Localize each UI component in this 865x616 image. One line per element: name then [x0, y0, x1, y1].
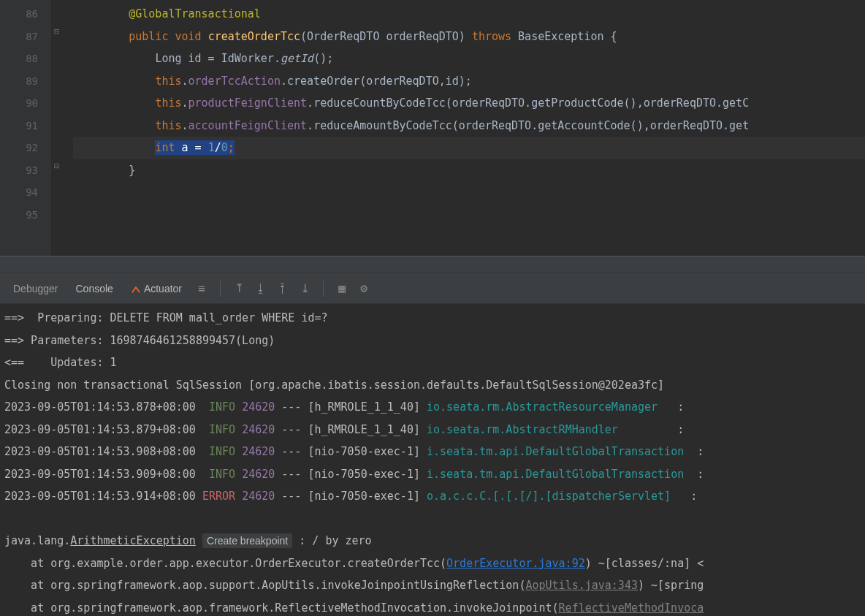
log-level: INFO — [209, 445, 235, 458]
create-breakpoint-hint[interactable]: Create breakpoint — [202, 533, 292, 548]
line-number: 92 — [0, 137, 38, 159]
code-line[interactable]: this.productFeignClient.reduceCountByCod… — [73, 92, 865, 115]
calculator-icon[interactable]: ▦ — [332, 279, 351, 298]
jump-icon[interactable]: ⤓ — [295, 279, 314, 298]
stack-frame: at org.example.order.app.executor.OrderE… — [4, 552, 861, 575]
settings-icon[interactable]: ⚙ — [354, 279, 373, 298]
code-line[interactable]: } — [73, 159, 865, 182]
keyword: int — [155, 141, 175, 154]
code-line[interactable]: public void createOrderTcc(OrderReqDTO o… — [73, 26, 865, 48]
keyword: throws — [472, 30, 511, 43]
tab-actuator-label: Actuator — [144, 283, 182, 294]
code-line[interactable] — [73, 181, 865, 204]
console-output[interactable]: ==> Preparing: DELETE FROM mall_order WH… — [0, 304, 865, 616]
field: accountFeignClient — [188, 119, 308, 132]
logger-name: io.seata.rm.AbstractRMHandler — [427, 423, 618, 436]
line-number: 89 — [0, 70, 38, 93]
pid: 24620 — [242, 423, 275, 436]
log-level-error: ERROR — [202, 490, 235, 503]
tab-debugger[interactable]: Debugger — [4, 280, 67, 297]
list-icon[interactable]: ≡ — [192, 279, 211, 298]
pid: 24620 — [242, 400, 275, 414]
line-number: 95 — [0, 204, 38, 227]
keyword: this — [155, 75, 181, 88]
exception-line: java.lang.ArithmeticException Create bre… — [4, 530, 861, 552]
line-number-gutter: 86 87 88 89 90 91 92 93 94 95 — [0, 0, 51, 256]
log-level: INFO — [209, 423, 235, 436]
stack-link[interactable]: ReflectiveMethodInvoca — [559, 601, 704, 615]
stack-link[interactable]: OrderExecutor.java:92 — [446, 557, 585, 570]
keyword: public — [129, 30, 168, 43]
stack-link[interactable]: AopUtils.java:343 — [525, 579, 638, 592]
number: 0 — [221, 141, 228, 154]
log-level: INFO — [209, 400, 235, 414]
code-line-current[interactable]: int a = 1/0; — [73, 137, 865, 159]
field: orderTccAction — [188, 75, 281, 88]
number: 1 — [208, 141, 215, 154]
up-icon[interactable]: ⤒ — [229, 279, 248, 298]
fold-open-icon[interactable]: ⊟ — [54, 26, 59, 37]
stack-frame: at org.springframework.aop.support.AopUt… — [4, 574, 861, 597]
logger-name: io.seata.rm.AbstractResourceManager — [427, 400, 658, 414]
pane-splitter[interactable] — [0, 256, 865, 273]
pid: 24620 — [242, 490, 275, 503]
code-line[interactable]: this.orderTccAction.createOrder(orderReq… — [73, 70, 865, 93]
logger-name: o.a.c.c.C.[.[.[/].[dispatcherServlet] — [427, 490, 671, 503]
actuator-icon — [131, 284, 141, 294]
line-number: 91 — [0, 115, 38, 137]
code-line[interactable] — [73, 204, 865, 227]
param-type: OrderReqDTO — [307, 30, 379, 43]
tool-window-tabs: Debugger Console Actuator ≡ ⤒ ⭳ ⭱ ⤓ ▦ ⚙ — [0, 273, 865, 304]
annotation: @GlobalTransactional — [129, 7, 261, 20]
line-number: 93 — [0, 159, 38, 182]
code-area[interactable]: @GlobalTransactional public void createO… — [73, 0, 865, 256]
console-line: <== Updates: 1 — [4, 351, 861, 374]
stack-frame: at org.springframework.aop.framework.Ref… — [4, 597, 861, 617]
line-number: 88 — [0, 47, 38, 70]
line-number: 90 — [0, 92, 38, 115]
tab-actuator[interactable]: Actuator — [122, 280, 191, 297]
exception-type: BaseException — [518, 30, 603, 43]
field: productFeignClient — [188, 96, 308, 110]
log-line: 2023-09-05T01:14:53.908+08:00 INFO 24620… — [4, 441, 861, 463]
logger-name: i.seata.tm.api.DefaultGlobalTransaction — [427, 445, 684, 458]
line-number: 87 — [0, 26, 38, 48]
method-name: createOrderTcc — [208, 30, 300, 43]
punct: ; — [228, 141, 235, 154]
console-line: ==> Preparing: DELETE FROM mall_order WH… — [4, 307, 861, 330]
log-line: 2023-09-05T01:14:53.914+08:00 ERROR 2462… — [4, 485, 861, 508]
tab-console[interactable]: Console — [67, 280, 122, 297]
type: Long — [155, 52, 181, 65]
console-line: Closing non transactional SqlSession [or… — [4, 374, 861, 397]
console-line — [4, 508, 861, 531]
fold-close-icon[interactable]: ⊟ — [54, 161, 59, 171]
divider — [323, 281, 324, 297]
logger-name: i.seata.tm.api.DefaultGlobalTransaction — [427, 468, 684, 481]
log-level: INFO — [209, 468, 235, 481]
pid: 24620 — [242, 468, 275, 481]
fold-column: ⊟ ⊟ — [51, 0, 73, 256]
line-number: 94 — [0, 181, 38, 204]
keyword: this — [155, 96, 181, 110]
log-line: 2023-09-05T01:14:53.878+08:00 INFO 24620… — [4, 396, 861, 419]
pid: 24620 — [242, 445, 275, 458]
upload-icon[interactable]: ⭱ — [273, 279, 292, 298]
console-line: ==> Parameters: 1698746461258899457(Long… — [4, 330, 861, 352]
keyword: void — [175, 30, 201, 43]
keyword: this — [155, 119, 181, 132]
exception-class[interactable]: ArithmeticException — [70, 534, 196, 547]
code-line[interactable]: Long id = IdWorker.getId(); — [73, 47, 865, 70]
param-name: orderReqDTO — [386, 30, 458, 43]
static-call: getId — [281, 52, 313, 65]
log-line: 2023-09-05T01:14:53.909+08:00 INFO 24620… — [4, 463, 861, 486]
code-line[interactable]: @GlobalTransactional — [73, 3, 865, 26]
log-line: 2023-09-05T01:14:53.879+08:00 INFO 24620… — [4, 419, 861, 441]
download-icon[interactable]: ⭳ — [251, 279, 270, 298]
code-line[interactable]: this.accountFeignClient.reduceAmountByCo… — [73, 115, 865, 137]
line-number: 86 — [0, 3, 38, 26]
code-editor[interactable]: 86 87 88 89 90 91 92 93 94 95 ⊟ ⊟ @Globa… — [0, 0, 865, 256]
divider — [220, 281, 221, 297]
